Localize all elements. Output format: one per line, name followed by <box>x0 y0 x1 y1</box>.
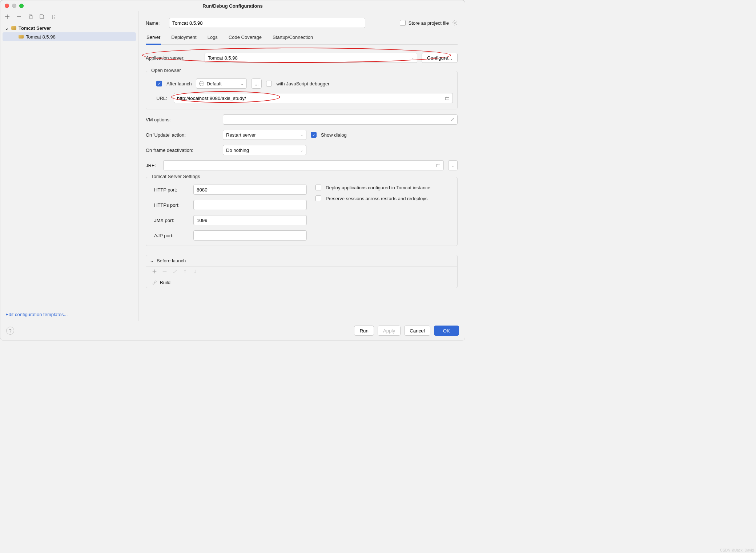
chevron-down-icon: ⌄ <box>451 164 454 167</box>
after-launch-checkbox[interactable] <box>156 81 162 86</box>
before-launch-header[interactable]: ⌄ Before launch <box>146 255 457 266</box>
tree-item-label: Tomcat 8.5.98 <box>26 34 56 40</box>
folder-icon[interactable] <box>445 95 450 101</box>
show-dialog-label: Show dialog <box>321 132 347 138</box>
url-label: URL: <box>156 96 169 101</box>
sort-config-button[interactable]: az <box>51 13 57 20</box>
app-server-select[interactable]: Tomcat 8.5.98 ⌄ <box>205 53 417 63</box>
store-as-project-checkbox[interactable] <box>400 20 406 26</box>
tree-group-tomcat[interactable]: ⌄ Tomcat Server <box>0 24 138 32</box>
deploy-apps-label: Deploy applications configured in Tomcat… <box>326 185 430 190</box>
svg-rect-1 <box>30 16 32 19</box>
chevron-down-icon: ⌄ <box>300 148 303 152</box>
chevron-down-icon: ⌄ <box>300 133 303 137</box>
sidebar: + az ⌄ Tomcat Server Tomcat 8.5.98 Edit … <box>0 11 138 321</box>
ajp-port-label: AJP port: <box>154 233 189 238</box>
https-port-label: HTTPs port: <box>154 202 189 208</box>
http-port-label: HTTP port: <box>154 187 189 193</box>
jre-label: JRE: <box>146 163 159 168</box>
run-button[interactable]: Run <box>354 326 374 336</box>
vm-options-input[interactable] <box>226 115 451 124</box>
jre-dropdown[interactable]: ⌄ <box>448 160 458 170</box>
bl-item-label: Build <box>160 280 170 285</box>
on-frame-value: Do nothing <box>226 148 249 153</box>
edit-templates-link[interactable]: Edit configuration templates... <box>5 312 68 317</box>
tree-group-label: Tomcat Server <box>19 25 51 31</box>
bl-remove-button[interactable] <box>162 269 167 275</box>
gear-icon[interactable] <box>452 20 458 26</box>
remove-config-button[interactable] <box>16 13 22 20</box>
vm-options-label: VM options: <box>146 117 200 122</box>
open-browser-legend: Open browser <box>149 68 183 73</box>
https-port-input[interactable] <box>193 200 307 210</box>
configure-button[interactable]: Configure... <box>422 53 458 63</box>
bl-down-button[interactable] <box>193 269 198 275</box>
js-debugger-checkbox[interactable] <box>266 81 272 86</box>
jre-input-wrapper <box>163 160 444 170</box>
tomcat-icon <box>19 35 24 39</box>
browser-select[interactable]: Default ⌄ <box>196 78 247 89</box>
tab-startup-connection[interactable]: Startup/Connection <box>272 35 314 44</box>
browser-value: Default <box>206 81 221 86</box>
after-launch-label: After launch <box>166 81 192 86</box>
svg-text:z: z <box>54 17 55 19</box>
tomcat-icon <box>11 26 16 30</box>
chevron-down-icon: ⌄ <box>241 82 244 86</box>
jre-input[interactable] <box>166 161 435 170</box>
on-frame-select[interactable]: Do nothing ⌄ <box>223 145 306 155</box>
globe-icon <box>199 81 204 86</box>
folder-icon[interactable] <box>435 162 441 168</box>
app-server-value: Tomcat 8.5.98 <box>208 55 238 61</box>
tab-logs[interactable]: Logs <box>207 35 218 44</box>
http-port-input[interactable] <box>193 185 307 195</box>
url-input-wrapper <box>174 93 453 103</box>
tree-item-tomcat-8598[interactable]: Tomcat 8.5.98 <box>3 32 136 41</box>
titlebar: Run/Debug Configurations <box>0 0 465 11</box>
bl-edit-button[interactable] <box>172 269 177 275</box>
app-server-label: Application server: <box>146 55 200 61</box>
show-dialog-checkbox[interactable] <box>311 132 317 138</box>
apply-button[interactable]: Apply <box>378 326 401 336</box>
hammer-icon <box>152 279 157 286</box>
save-config-button[interactable]: + <box>39 13 45 20</box>
deploy-apps-checkbox[interactable] <box>315 185 321 190</box>
jmx-port-label: JMX port: <box>154 218 189 223</box>
add-config-button[interactable] <box>4 13 11 20</box>
svg-point-5 <box>454 22 455 24</box>
chevron-down-icon: ⌄ <box>5 25 9 31</box>
js-debugger-label: with JavaScript debugger <box>276 81 329 86</box>
on-frame-label: On frame deactivation: <box>146 148 208 153</box>
bl-up-button[interactable] <box>182 269 188 275</box>
url-input[interactable] <box>177 94 445 102</box>
tabs: Server Deployment Logs Code Coverage Sta… <box>146 28 458 45</box>
tab-server[interactable]: Server <box>146 35 161 45</box>
preserve-sessions-label: Preserve sessions across restarts and re… <box>326 196 427 201</box>
on-update-label: On 'Update' action: <box>146 132 200 138</box>
store-as-project-label: Store as project file <box>409 20 449 26</box>
jmx-port-input[interactable] <box>193 215 307 225</box>
expand-icon[interactable]: ⤢ <box>451 117 454 122</box>
tomcat-settings-legend: Tomcat Server Settings <box>149 174 202 179</box>
ok-button[interactable]: OK <box>434 326 459 336</box>
tab-deployment[interactable]: Deployment <box>170 35 197 44</box>
window-title: Run/Debug Configurations <box>0 3 465 9</box>
tab-code-coverage[interactable]: Code Coverage <box>228 35 262 44</box>
chevron-down-icon: ⌄ <box>150 258 154 263</box>
bl-item-build[interactable]: Build <box>146 277 457 288</box>
preserve-sessions-checkbox[interactable] <box>315 195 321 201</box>
help-button[interactable]: ? <box>6 327 14 335</box>
main-panel: Name: Store as project file Server Deplo… <box>138 11 465 321</box>
name-input[interactable] <box>169 18 365 28</box>
vm-options-wrapper: ⤢ <box>223 114 458 125</box>
cancel-button[interactable]: Cancel <box>404 326 430 336</box>
svg-text:a: a <box>54 14 56 16</box>
ajp-port-input[interactable] <box>193 230 307 241</box>
before-launch-label: Before launch <box>157 258 186 263</box>
copy-config-button[interactable] <box>27 13 34 20</box>
name-label: Name: <box>146 20 163 26</box>
browser-more-button[interactable]: ... <box>251 78 262 89</box>
bl-add-button[interactable] <box>152 269 157 275</box>
on-update-value: Restart server <box>226 132 256 138</box>
chevron-down-icon: ⌄ <box>411 56 414 60</box>
on-update-select[interactable]: Restart server ⌄ <box>223 130 306 140</box>
